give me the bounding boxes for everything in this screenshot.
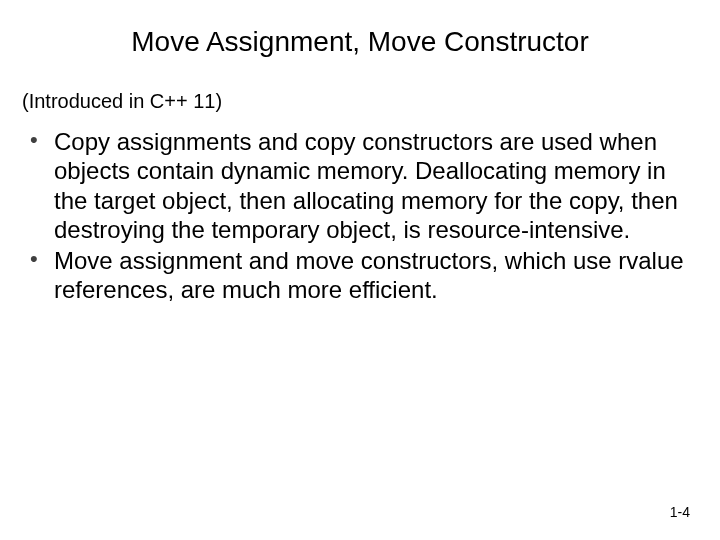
slide-subtitle: (Introduced in C++ 11) [22, 90, 698, 113]
slide: Move Assignment, Move Constructor (Intro… [0, 0, 720, 540]
list-item: Copy assignments and copy constructors a… [22, 127, 698, 244]
list-item: Move assignment and move constructors, w… [22, 246, 698, 305]
slide-title: Move Assignment, Move Constructor [22, 26, 698, 58]
page-number: 1-4 [670, 504, 690, 520]
bullet-list: Copy assignments and copy constructors a… [22, 127, 698, 305]
